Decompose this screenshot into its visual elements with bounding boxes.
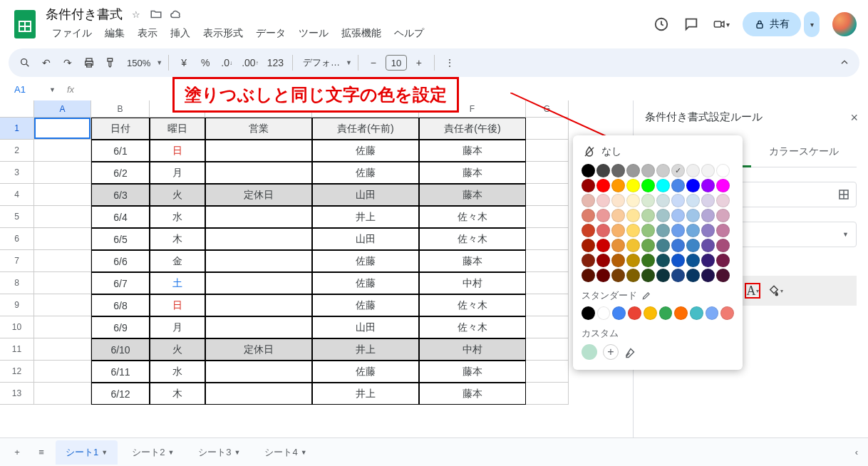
cell[interactable]: [526, 383, 569, 405]
color-swatch[interactable]: [701, 209, 715, 222]
color-swatch[interactable]: [597, 306, 611, 320]
pencil-icon[interactable]: [641, 291, 651, 301]
color-swatch[interactable]: [716, 254, 730, 267]
color-swatch[interactable]: [671, 269, 685, 282]
star-icon[interactable]: ☆: [130, 8, 143, 21]
cell[interactable]: 月: [150, 162, 205, 184]
cell[interactable]: 井上: [312, 206, 419, 228]
color-swatch[interactable]: [611, 209, 625, 222]
cell[interactable]: 6/12: [91, 383, 150, 405]
color-swatch[interactable]: [611, 254, 625, 267]
color-swatch[interactable]: [686, 194, 700, 207]
cell[interactable]: [526, 184, 569, 206]
color-swatch[interactable]: [582, 239, 595, 252]
text-color-button[interactable]: A▾: [745, 283, 760, 299]
cell[interactable]: 藤本: [419, 140, 526, 162]
cell[interactable]: 6/11: [91, 361, 150, 383]
cell[interactable]: 金: [150, 250, 205, 272]
color-swatch[interactable]: [641, 164, 655, 177]
sheet-tab-1[interactable]: シート1▼: [56, 440, 118, 465]
cell[interactable]: [526, 250, 569, 272]
cell[interactable]: 中村: [419, 338, 526, 361]
row-header[interactable]: 1: [0, 118, 34, 140]
comment-icon[interactable]: [683, 16, 700, 33]
cell[interactable]: 責任者(午後): [419, 118, 526, 140]
menu-view[interactable]: 表示: [131, 24, 164, 43]
cell[interactable]: 佐藤: [312, 162, 419, 184]
color-swatch[interactable]: [611, 179, 625, 192]
cell[interactable]: 井上: [312, 338, 419, 361]
cell[interactable]: [34, 361, 91, 383]
paint-format-icon[interactable]: [101, 53, 120, 73]
cell[interactable]: 木: [150, 383, 205, 405]
cell[interactable]: 佐藤: [312, 272, 419, 294]
color-swatch[interactable]: [582, 164, 595, 177]
menu-insert[interactable]: 挿入: [164, 24, 197, 43]
color-swatch[interactable]: [596, 254, 610, 267]
color-swatch[interactable]: [686, 209, 700, 222]
account-avatar[interactable]: [832, 12, 857, 36]
cell[interactable]: [205, 162, 312, 184]
zoom-dropdown-icon[interactable]: ▼: [156, 59, 162, 66]
color-swatch[interactable]: [582, 269, 595, 282]
color-swatch[interactable]: [716, 269, 730, 282]
color-swatch[interactable]: [701, 179, 715, 192]
color-swatch[interactable]: [596, 164, 610, 177]
color-swatch[interactable]: [582, 306, 595, 320]
cell[interactable]: 月: [150, 316, 205, 338]
cell[interactable]: 中村: [419, 272, 526, 294]
add-sheet-button[interactable]: +: [7, 442, 27, 462]
color-swatch[interactable]: [626, 194, 640, 207]
row-header[interactable]: 4: [0, 184, 34, 206]
color-swatch[interactable]: [671, 194, 685, 207]
decrease-decimal-icon[interactable]: .0↓: [217, 53, 236, 73]
color-swatch[interactable]: [582, 254, 595, 267]
cell[interactable]: 佐藤: [312, 140, 419, 162]
row-header[interactable]: 7: [0, 250, 34, 272]
color-swatch[interactable]: [701, 224, 715, 237]
color-swatch[interactable]: [686, 239, 700, 252]
cell[interactable]: 6/5: [91, 228, 150, 250]
color-swatch[interactable]: [716, 209, 730, 222]
cell[interactable]: 6/7: [91, 272, 150, 294]
cell[interactable]: [205, 383, 312, 405]
more-formats-icon[interactable]: 123: [264, 53, 286, 73]
cell[interactable]: 佐藤: [312, 250, 419, 272]
cell[interactable]: [34, 162, 91, 184]
percent-icon[interactable]: %: [196, 53, 215, 73]
color-swatch[interactable]: [626, 239, 640, 252]
search-menus-icon[interactable]: [16, 53, 34, 73]
redo-icon[interactable]: ↷: [58, 53, 77, 73]
cell[interactable]: [526, 294, 569, 316]
cell[interactable]: 日: [150, 140, 205, 162]
cell[interactable]: 6/10: [91, 338, 150, 361]
color-swatch[interactable]: [596, 179, 610, 192]
cell[interactable]: 佐藤: [312, 294, 419, 316]
cell[interactable]: 責任者(午前): [312, 118, 419, 140]
color-swatch[interactable]: [641, 239, 655, 252]
color-swatch[interactable]: [582, 179, 595, 192]
cell[interactable]: 定休日: [205, 184, 312, 206]
row-header[interactable]: 5: [0, 206, 34, 228]
cell[interactable]: 水: [150, 206, 205, 228]
cell[interactable]: [34, 294, 91, 316]
color-swatch[interactable]: [611, 164, 625, 177]
row-header[interactable]: 6: [0, 228, 34, 250]
color-swatch[interactable]: [596, 239, 610, 252]
custom-color-swatch[interactable]: [582, 344, 597, 360]
cell[interactable]: [205, 228, 312, 250]
cell[interactable]: 佐々木: [419, 294, 526, 316]
color-swatch[interactable]: [656, 239, 670, 252]
cell[interactable]: [526, 316, 569, 338]
color-swatch[interactable]: [671, 209, 685, 222]
color-swatch[interactable]: [701, 239, 715, 252]
cell[interactable]: [526, 338, 569, 361]
cell[interactable]: [34, 228, 91, 250]
cell[interactable]: 営業: [205, 118, 312, 140]
color-swatch[interactable]: [582, 224, 595, 237]
color-swatch[interactable]: [641, 269, 655, 282]
col-header-a[interactable]: A: [34, 100, 91, 118]
increase-decimal-icon[interactable]: .00↑: [239, 53, 261, 73]
cell[interactable]: [34, 250, 91, 272]
cell[interactable]: 水: [150, 361, 205, 383]
